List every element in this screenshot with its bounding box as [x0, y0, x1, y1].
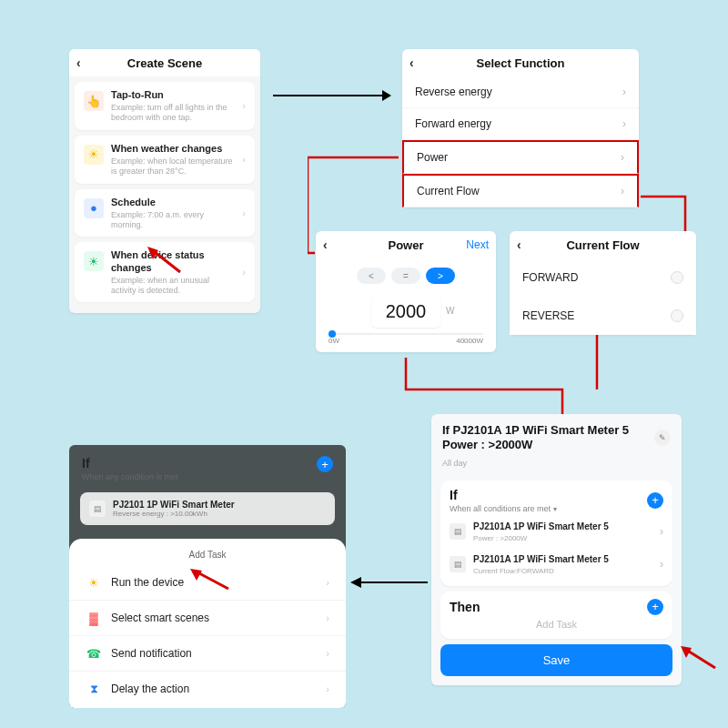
function-row[interactable]: Current Flow› — [402, 174, 639, 207]
back-icon[interactable]: ‹ — [323, 238, 328, 252]
range-max: 40000W — [456, 337, 483, 345]
if-sublabel: When all conditions are met ▾ — [450, 504, 557, 513]
operator-segment: < = > — [316, 258, 496, 289]
current-flow-panel: ‹ Current Flow FORWARDREVERSE — [510, 231, 696, 335]
chevron-right-icon: › — [242, 100, 246, 111]
flow-arrow — [273, 86, 391, 105]
task-option[interactable]: ⧗ Delay the action › — [69, 672, 346, 706]
device-icon: ▤ — [450, 556, 466, 572]
task-icon: ⧗ — [86, 681, 102, 697]
flow-option[interactable]: REVERSE — [510, 297, 696, 335]
back-icon[interactable]: ‹ — [76, 56, 81, 70]
option-icon: ☀ — [84, 145, 104, 165]
option-subtitle: Example: when local temperature is great… — [111, 157, 235, 177]
panel-header: ‹ Current Flow — [510, 231, 696, 258]
highlight-arrow — [681, 646, 717, 670]
scene-option[interactable]: 👆 Tap-to-Run Example: turn off all light… — [75, 82, 255, 130]
chevron-right-icon: › — [621, 185, 624, 197]
task-option[interactable]: ▓ Select smart scenes › — [69, 601, 346, 636]
condition-item[interactable]: ▤ PJ2101 1P WiFi Smart Meter Reverse ene… — [80, 492, 335, 525]
power-value-input[interactable]: 2000 — [371, 295, 440, 328]
chevron-right-icon: › — [326, 577, 329, 588]
if-section-bg: If When any condition is met + — [69, 445, 346, 489]
task-label: Select smart scenes — [111, 612, 209, 624]
action-sheet: Add Task ☀ Run the device › ▓ Select sma… — [69, 539, 346, 708]
select-function-panel: ‹ Select Function Reverse energy›Forward… — [402, 49, 639, 207]
task-label: Delay the action — [111, 682, 189, 695]
task-option[interactable]: ☀ Run the device › — [69, 565, 346, 601]
edit-icon[interactable]: ✎ — [654, 430, 671, 446]
option-subtitle: Example: 7:00 a.m. every morning. — [111, 210, 235, 230]
option-label: FORWARD — [522, 271, 578, 284]
chevron-right-icon: › — [326, 612, 329, 623]
then-label: Then — [450, 600, 480, 614]
svg-marker-1 — [382, 90, 391, 101]
panel-header: ‹ Create Scene — [69, 49, 260, 76]
task-option[interactable]: ☎ Send notification › — [69, 636, 346, 672]
if-label: If — [450, 488, 557, 502]
task-label: Send notification — [111, 647, 192, 660]
add-task-modal: If When any condition is met + ▤ PJ2101 … — [69, 445, 346, 708]
back-icon[interactable]: ‹ — [410, 56, 414, 70]
task-icon: ☀ — [86, 574, 102, 591]
function-row[interactable]: Power› — [402, 140, 639, 174]
chevron-right-icon: › — [242, 154, 246, 165]
device-icon: ▤ — [450, 523, 466, 540]
op-less-than[interactable]: < — [357, 268, 386, 284]
slider-range: 0W 40000W — [316, 335, 496, 352]
chevron-right-icon: › — [660, 558, 663, 571]
range-min: 0W — [329, 337, 339, 345]
if-label: If — [82, 456, 333, 470]
svg-marker-5 — [681, 646, 692, 658]
chevron-right-icon: › — [622, 86, 626, 98]
function-row[interactable]: Forward energy› — [402, 108, 639, 140]
add-task-button[interactable]: + — [647, 599, 663, 615]
function-row[interactable]: Reverse energy› — [402, 76, 639, 108]
panel-header: ‹ Select Function — [402, 49, 639, 76]
radio-icon — [671, 309, 683, 322]
task-icon: ☎ — [86, 645, 102, 662]
schedule-label: All day — [431, 459, 682, 475]
add-condition-button[interactable]: + — [647, 492, 663, 509]
option-subtitle: Example: when an unusual activity is det… — [111, 276, 235, 296]
if-sublabel: When any condition is met — [82, 472, 333, 481]
panel-header: ‹ Power Next — [316, 231, 496, 258]
option-title: Tap-to-Run — [111, 89, 235, 101]
chevron-right-icon: › — [242, 207, 246, 218]
condition-item[interactable]: ▤ PJ2101A 1P WiFi Smart Meter 5 Power : … — [450, 513, 663, 546]
flow-option[interactable]: FORWARD — [510, 258, 696, 297]
save-button[interactable]: Save — [440, 644, 672, 676]
back-icon[interactable]: ‹ — [517, 238, 521, 252]
device-icon: ▤ — [89, 500, 106, 517]
op-equal[interactable]: = — [391, 268, 420, 284]
condition-name: PJ2101 1P WiFi Smart Meter — [113, 500, 235, 510]
option-title: Schedule — [111, 197, 235, 208]
then-section: Then + Add Task — [440, 592, 672, 639]
add-condition-button[interactable]: + — [317, 456, 333, 472]
op-greater-than[interactable]: > — [426, 268, 455, 284]
function-label: Current Flow — [417, 185, 480, 197]
chevron-right-icon: › — [326, 648, 329, 659]
power-slider[interactable] — [329, 333, 483, 335]
scene-option[interactable]: ☀ When device status changes Example: wh… — [75, 242, 255, 302]
rule-header: If PJ2101A 1P WiFi Smart Meter 5 Power :… — [431, 414, 682, 459]
scene-option[interactable]: ☀ When weather changes Example: when loc… — [75, 136, 255, 184]
page-title: Select Function — [477, 56, 565, 70]
condition-detail: Reverse energy : >10.00kWh — [113, 510, 235, 518]
if-section: If When all conditions are met ▾ + ▤ PJ2… — [440, 480, 672, 586]
condition-detail: Current Flow:FORWARD — [473, 567, 652, 575]
option-title: When weather changes — [111, 143, 235, 155]
rule-title: If PJ2101A 1P WiFi Smart Meter 5 Power :… — [442, 423, 649, 453]
scene-option[interactable]: ● Schedule Example: 7:00 a.m. every morn… — [75, 189, 255, 238]
unit-label: W — [446, 306, 454, 316]
page-title: Power — [388, 238, 423, 252]
condition-item[interactable]: ▤ PJ2101A 1P WiFi Smart Meter 5 Current … — [450, 546, 663, 579]
page-title: Create Scene — [127, 56, 202, 70]
radio-icon — [671, 271, 683, 284]
chevron-right-icon: › — [242, 267, 246, 278]
add-task-placeholder[interactable]: Add Task — [450, 615, 663, 635]
next-button[interactable]: Next — [466, 238, 489, 251]
function-label: Reverse energy — [415, 86, 492, 98]
create-scene-panel: ‹ Create Scene 👆 Tap-to-Run Example: tur… — [69, 49, 260, 313]
chevron-right-icon: › — [326, 683, 329, 694]
